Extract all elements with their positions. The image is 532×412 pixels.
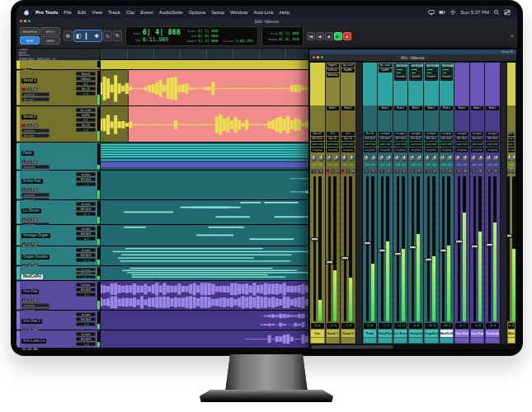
pan-knob-right[interactable] [463, 156, 468, 162]
track-input-selector[interactable]: In 1 [76, 118, 96, 122]
pan-knob-right[interactable] [386, 156, 392, 162]
track-output-selector[interactable]: Bus 16 [76, 87, 96, 91]
record-enable-button[interactable]: ● [21, 348, 26, 350]
output-selector[interactable]: MIX BUS [409, 137, 422, 141]
pan-knob-right[interactable] [402, 156, 407, 162]
pan-knob-right[interactable] [447, 156, 453, 162]
track-volume-readout[interactable]: 0.0 [76, 91, 96, 96]
edit-mode-spot[interactable]: SPOT [40, 27, 60, 35]
instrument-plugin[interactable]: Kontakt [411, 75, 421, 79]
volume-fader[interactable] [366, 176, 369, 321]
track-name-label[interactable]: Lo Strum [21, 208, 41, 213]
record-enable-button[interactable]: ● [326, 169, 330, 174]
mute-button[interactable]: M [417, 169, 422, 174]
send-slot[interactable]: Rvrb 1 [394, 106, 407, 110]
solo-button[interactable]: S [425, 169, 431, 174]
mute-button[interactable]: M [33, 87, 38, 91]
selector-tool-button[interactable]: ▎ [83, 30, 92, 41]
volume-fader[interactable] [488, 176, 491, 321]
group-assignment[interactable]: no group [394, 147, 407, 152]
pan-knob-left[interactable] [471, 156, 477, 162]
search-icon[interactable] [493, 9, 500, 16]
instrument-block[interactable]: INSTRUMENT Kontakt [409, 63, 422, 81]
input-selector[interactable]: no input [379, 132, 392, 136]
pan-knob-left[interactable] [440, 156, 445, 162]
send-slot[interactable]: Rvrb 1 [440, 106, 454, 110]
track-volume-readout[interactable]: -10.1 [76, 275, 96, 279]
edit-mode-grid[interactable]: GRID [40, 36, 60, 44]
strip-name-label[interactable]: Master [508, 330, 515, 337]
track-input-selector[interactable]: no input [76, 268, 96, 271]
output-selector[interactable]: MIX BUS [440, 137, 454, 141]
edit-mode-slip[interactable]: SLIP [20, 36, 40, 44]
track-volume-readout[interactable]: -8.9 [76, 342, 96, 346]
track-volume-readout[interactable]: -9.6 [76, 236, 96, 241]
pan-knob-right[interactable] [432, 156, 438, 162]
send-slot[interactable]: Rvrb 1 [486, 106, 499, 110]
menu-app-name[interactable]: Pro Tools [35, 10, 58, 15]
control-center-icon[interactable] [504, 9, 511, 16]
play-button[interactable]: ▶ [334, 32, 342, 40]
mute-button[interactable]: M [33, 298, 38, 302]
track-view-selector[interactable]: waveform [21, 129, 49, 133]
group-assignment[interactable]: no group [440, 147, 454, 152]
volume-fader[interactable] [473, 176, 476, 321]
input-selector[interactable]: In 1 [327, 132, 340, 136]
group-assignment[interactable]: no group [327, 147, 340, 152]
insert-plugin[interactable]: MixDelay [327, 73, 340, 77]
menu-item-avid-link[interactable]: Avid Link [253, 10, 273, 15]
track-input-selector[interactable]: no input [76, 227, 96, 231]
track-name-label[interactable]: MedCelPd [21, 274, 43, 279]
mute-button[interactable]: M [33, 124, 38, 128]
strip-name-label[interactable]: OrgnDobl [425, 330, 438, 337]
track-output-selector[interactable]: Bus 16 [76, 123, 96, 127]
instrument-plugin[interactable]: Kontakt [426, 75, 436, 79]
wifi-icon[interactable] [450, 9, 456, 16]
pan-knob-left[interactable] [409, 156, 415, 162]
track-volume-readout[interactable]: -6.8 [76, 322, 96, 326]
length-value[interactable]: 1| 3| 866 [198, 39, 218, 43]
solo-button[interactable]: S [27, 160, 32, 164]
insert-slot[interactable]: DeEsser [76, 77, 96, 81]
volume-fader[interactable] [507, 176, 510, 321]
track-header[interactable]: Pads ▸ S M waveform dyn read [16, 143, 101, 170]
mix-window-controls[interactable] [313, 56, 323, 59]
pan-knob-right[interactable] [371, 156, 377, 162]
track-volume-readout[interactable]: -5.1 [76, 293, 96, 297]
mute-button[interactable]: M [431, 169, 437, 174]
solo-button[interactable]: S [27, 124, 32, 128]
track-output-selector[interactable]: MIX BUS [76, 272, 96, 275]
output-selector[interactable]: MIX BUS [425, 137, 438, 141]
strip-name-label[interactable]: VintgOrgn [409, 330, 422, 337]
grid-value[interactable]: 0| 1| 000 [279, 31, 299, 35]
volume-fader[interactable] [427, 176, 430, 321]
automation-mode[interactable]: auto read [508, 142, 515, 147]
send-slot[interactable]: Rvrb 1 [471, 106, 484, 110]
instrument-block[interactable]: INSTRUMENT Kontakt [394, 63, 407, 81]
mute-button[interactable]: M [318, 169, 323, 174]
output-selector[interactable]: MIX BUS [486, 137, 499, 141]
pan-knob-left[interactable] [394, 156, 400, 162]
menu-item-track[interactable]: Track [108, 10, 120, 15]
volume-readout[interactable]: -2.4 [327, 323, 340, 329]
volume-readout[interactable]: -11.2 [394, 323, 407, 329]
input-selector[interactable]: In 1 [341, 132, 355, 136]
volume-fader[interactable] [458, 176, 460, 321]
pencil-tool-button[interactable]: ✎ [113, 30, 122, 41]
track-output-selector[interactable]: MIX BUS [76, 253, 96, 257]
strip-name-label[interactable]: Vocal 1 [327, 330, 340, 337]
solo-button[interactable]: S [364, 169, 370, 174]
mute-button[interactable]: M [336, 169, 340, 174]
volume-readout[interactable]: 0.0 [364, 323, 377, 329]
track-input-selector[interactable]: no input [76, 248, 96, 252]
volume-readout[interactable]: -6.8 [471, 323, 484, 329]
track-view-selector[interactable]: waveform [21, 165, 49, 169]
volume-readout[interactable]: 0.0 [311, 323, 324, 329]
strip-name-label[interactable]: Pads [364, 330, 377, 337]
group-assignment[interactable]: no group [364, 147, 377, 152]
track-header[interactable]: Gritty Pad ● S M waveform dyn read no in… [16, 171, 101, 199]
menu-item-clip[interactable]: Clip [126, 10, 134, 15]
track-name-label[interactable]: Vocal 1 [21, 78, 37, 83]
solo-button[interactable]: S [410, 169, 416, 174]
folder-toggle-icon[interactable]: ▸ [21, 160, 26, 164]
